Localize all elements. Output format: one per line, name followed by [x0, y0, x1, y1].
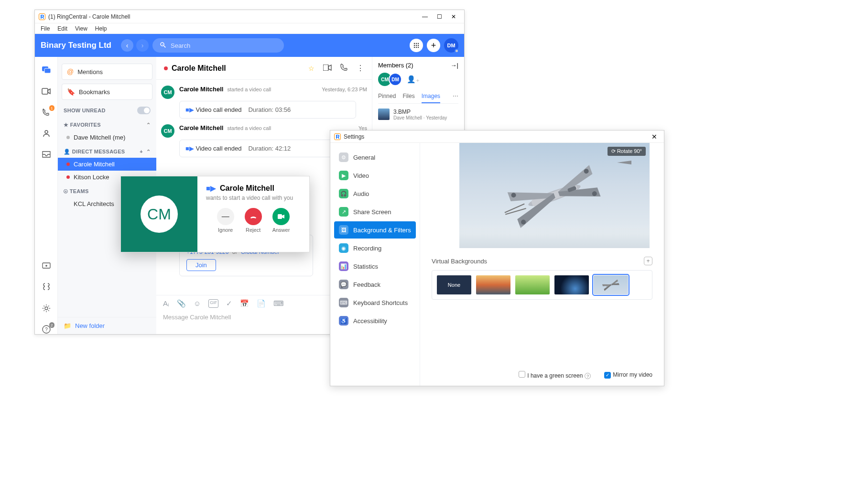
vb-bridge[interactable] [476, 275, 510, 294]
task-icon[interactable]: ✓ [226, 299, 232, 308]
settings-nav-video[interactable]: ▶Video [334, 167, 416, 184]
add-button[interactable]: + [427, 39, 440, 52]
add-background-button[interactable]: + [644, 257, 652, 265]
maximize-button[interactable]: ☐ [433, 12, 446, 22]
gif-icon[interactable]: GIF [208, 299, 218, 308]
settings-nav-accessibility[interactable]: ♿Accessibility [334, 312, 416, 329]
vb-xwing[interactable] [594, 275, 628, 294]
sidebar-mentions[interactable]: @Mentions [62, 64, 152, 80]
members-label: Members (2) [378, 62, 413, 69]
favorites-section[interactable]: ★ FAVORITES ⌃ [58, 117, 156, 131]
close-button[interactable]: ✕ [447, 12, 460, 22]
more-button[interactable]: ⋮ [357, 64, 364, 73]
svg-point-0 [414, 43, 415, 44]
image-item[interactable]: 3.BMP Dave Mitchell · Yesterday [378, 109, 458, 120]
search-bar[interactable]: 🔍︎ [152, 38, 284, 53]
dialpad-button[interactable] [410, 39, 423, 52]
user-avatar[interactable]: DM [444, 38, 458, 53]
dm-section[interactable]: 👤 DIRECT MESSAGES + ⌃ [58, 144, 156, 158]
search-input[interactable] [171, 42, 277, 49]
collapse-icon[interactable]: →| [451, 62, 458, 69]
tab-images[interactable]: Images [422, 93, 440, 103]
rail-settings-icon[interactable] [42, 304, 51, 313]
menu-help[interactable]: Help [91, 24, 111, 33]
tabs-more[interactable]: ⋯ [453, 93, 458, 103]
video-preview: ⟳ Rotate 90° [459, 143, 650, 248]
svg-point-1 [416, 43, 417, 44]
note-icon[interactable]: 📄 [257, 299, 266, 308]
svg-rect-17 [323, 65, 328, 71]
settings-nav-recording[interactable]: ◉Recording [334, 239, 416, 257]
vb-none[interactable]: None [437, 275, 471, 294]
emoji-icon[interactable]: ☺ [194, 299, 201, 308]
code-icon[interactable]: ⌨ [273, 299, 284, 308]
rail-video-icon[interactable] [42, 87, 51, 96]
settings-nav-background[interactable]: 🖼Background & Filters [334, 221, 416, 239]
rail-help-icon[interactable]: ? 2 [42, 325, 51, 334]
sidebar-item-dave[interactable]: Dave Mitchell (me) [58, 131, 156, 144]
menu-file[interactable]: File [37, 24, 54, 33]
settings-nav-statistics[interactable]: 📊Statistics [334, 258, 416, 275]
menu-edit[interactable]: Edit [54, 24, 71, 33]
settings-nav-general[interactable]: ⚙General [334, 149, 416, 166]
answer-button[interactable]: Answer [272, 208, 290, 233]
incoming-call-popup: CM ■▶ Carole Mitchell wants to start a v… [120, 176, 310, 252]
nav-forward-button[interactable]: › [136, 39, 149, 52]
vb-earth[interactable] [554, 275, 589, 294]
menu-view[interactable]: View [71, 24, 91, 33]
unread-toggle[interactable] [137, 107, 151, 114]
settings-title: Settings [344, 133, 649, 140]
green-screen-checkbox[interactable]: I have a green screen? [519, 371, 591, 380]
org-name: Binary Testing Ltd [41, 41, 111, 50]
svg-point-8 [418, 47, 419, 48]
avatar-dm[interactable]: DM [389, 73, 402, 86]
add-icon[interactable]: + [140, 149, 143, 154]
sidebar-bookmarks[interactable]: 🔖Bookmarks [62, 84, 152, 100]
rotate-button[interactable]: ⟳ Rotate 90° [608, 147, 646, 156]
settings-nav-keyboard[interactable]: ⌨Keyboard Shortcuts [334, 294, 416, 311]
sidebar-item-carole[interactable]: Carole Mitchell [58, 158, 156, 171]
reject-button[interactable]: Reject [245, 208, 262, 233]
rail-messages-icon[interactable] [42, 65, 51, 75]
rail-contacts-icon[interactable] [42, 129, 51, 138]
calendar-icon[interactable]: 📅 [240, 299, 249, 308]
vb-grass[interactable] [515, 275, 550, 294]
audio-call-button[interactable] [340, 64, 348, 73]
settings-nav: ⚙General ▶Video 🎧Audio ↗Share Screen 🖼Ba… [330, 143, 420, 386]
call-bubble: ■▶ Video call ended Duration: 03:56 [179, 101, 356, 119]
settings-close-button[interactable]: ✕ [649, 133, 660, 141]
svg-marker-30 [617, 161, 631, 164]
rail-apps-icon[interactable] [42, 283, 51, 292]
format-icon[interactable]: Aᵢ [163, 299, 169, 308]
svg-point-6 [414, 47, 415, 48]
settings-nav-audio[interactable]: 🎧Audio [334, 185, 416, 202]
bookmark-icon: 🔖 [67, 88, 75, 96]
help-icon[interactable]: ? [585, 373, 591, 379]
ignore-button[interactable]: —Ignore [217, 208, 234, 233]
image-thumb [378, 109, 390, 120]
rail-phone-icon[interactable]: 1 [42, 108, 51, 117]
rail-presentation-icon[interactable] [42, 261, 51, 271]
rail-inbox-icon[interactable] [42, 150, 51, 159]
add-member-button[interactable]: 👤₊ [407, 75, 420, 84]
settings-nav-share[interactable]: ↗Share Screen [334, 203, 416, 220]
chat-title: Carole Mitchell [172, 64, 304, 73]
join-button[interactable]: Join [186, 259, 216, 271]
svg-point-12 [45, 130, 48, 133]
tab-files[interactable]: Files [402, 93, 414, 103]
mirror-checkbox[interactable]: ✓Mirror my video [604, 371, 652, 379]
star-icon[interactable]: ☆ [308, 65, 315, 72]
avatar-cm: CM [161, 124, 174, 138]
nav-back-button[interactable]: ‹ [121, 39, 133, 52]
settings-nav-feedback[interactable]: 💬Feedback [334, 276, 416, 293]
vb-grid: None [432, 270, 652, 300]
tab-pinned[interactable]: Pinned [378, 93, 396, 103]
svg-text:?: ? [45, 327, 48, 332]
svg-point-7 [416, 47, 417, 48]
new-folder-button[interactable]: 📁New folder [58, 317, 156, 334]
chevron-up-icon: ⌃ [146, 122, 151, 128]
minimize-button[interactable]: — [418, 12, 432, 22]
vb-label: Virtual Backgrounds [432, 258, 487, 265]
video-call-button[interactable] [323, 64, 332, 73]
attach-icon[interactable]: 📎 [177, 299, 186, 308]
